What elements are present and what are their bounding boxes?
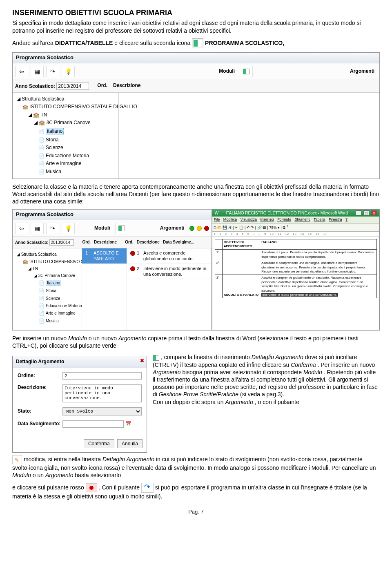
em: Dettaglio Argomento <box>102 456 154 462</box>
back-icon[interactable]: ⇦ <box>15 66 28 77</box>
argomenti-grid: 1 Ascolta e comprende globalmente un rac… <box>127 248 212 330</box>
dettaglio-argomento-dialog: Dettaglio Argomento ✖ Ordine: Descrizion… <box>12 356 147 453</box>
menu-item[interactable]: Strumenti <box>294 217 310 221</box>
label: TN <box>40 112 47 118</box>
menu-item[interactable]: Formato <box>277 217 291 221</box>
word-table: OBIETTIVI DI APPRENDIMENTO ITALIANO 1° A… <box>215 239 377 299</box>
label: Educazione Motoria <box>46 304 82 308</box>
bulb-icon[interactable]: 💡 <box>62 223 75 234</box>
em: Argomento <box>45 472 73 478</box>
word-window: W ITALIANO REGISTRO ELETTRONICO FINE.doc… <box>212 209 380 331</box>
tree-item[interactable]: italiano <box>15 127 116 136</box>
menu-item[interactable]: ? <box>345 217 347 221</box>
delete-icon[interactable] <box>204 226 209 231</box>
menu-item[interactable]: Modifica <box>223 217 237 221</box>
bulb-icon[interactable]: 💡 <box>62 66 75 77</box>
calendar-icon[interactable]: 📅 <box>125 421 131 427</box>
tree-item[interactable]: Storia <box>15 287 79 294</box>
anno-input[interactable] <box>49 239 74 246</box>
em: Conferma <box>291 362 316 368</box>
back-icon[interactable]: ⇦ <box>15 223 28 234</box>
intro-paragraph: Si specifica in modo dettagliato come in… <box>12 19 380 34</box>
tree-school[interactable]: ISTITUTO COMPRENSIVO STATALE DI GALLIO <box>15 258 79 265</box>
menu-item[interactable]: Inserisci <box>261 217 274 221</box>
moduli-icon[interactable] <box>240 66 253 77</box>
tree-school[interactable]: ISTITUTO COMPRENSIVO STATALE DI GALLIO <box>15 103 116 111</box>
main-empty <box>119 93 379 179</box>
moduli-icon[interactable] <box>115 223 128 234</box>
add-icon[interactable] <box>189 226 194 231</box>
word-page: OBIETTIVI DI APPRENDIMENTO ITALIANO 1° A… <box>212 237 379 301</box>
tree-tn[interactable]: ◢ TN <box>15 265 79 272</box>
text: o un <box>33 472 45 478</box>
th-italiano: ITALIANO <box>260 239 377 250</box>
label: Struttura Scolastica <box>21 252 57 257</box>
sub-header: Anno Scolastico: Ord. Descrizione <box>13 80 379 93</box>
annulla-button[interactable]: Annulla <box>117 439 143 448</box>
section-label: ASCOLTO E PARLATO <box>222 275 260 298</box>
tree-item[interactable]: Storia <box>15 136 116 144</box>
moduli-header: Moduli <box>216 67 237 76</box>
tree-class[interactable]: ◢ 3C Primaria Canove <box>15 272 79 279</box>
tree-item[interactable]: Arte e immagine <box>15 309 79 317</box>
ordine-input[interactable] <box>62 372 142 380</box>
argomento-row[interactable]: 2 Interviene in modo pertinente in una c… <box>127 264 211 279</box>
tree-root[interactable]: ◢ Struttura Scolastica <box>15 251 79 258</box>
label: Italiano <box>46 280 61 286</box>
tree-item[interactable]: Musica <box>15 168 116 176</box>
descrizione-input[interactable]: Interviene in modo pertinente in una con… <box>62 384 142 402</box>
page-title: INSERIMENTO OBIETTIVI SCUOLA PRIMARIA <box>12 8 380 18</box>
tree-item[interactable]: Educazione Motoria <box>15 302 79 309</box>
tree-item[interactable]: Arte e immagine <box>15 160 116 168</box>
anno-label: Anno Scolastico: <box>15 83 55 89</box>
zoom-value[interactable]: 75% <box>269 226 276 230</box>
close-icon[interactable]: ✖ <box>140 358 144 364</box>
modulo-row[interactable]: 1 ASCOLTO E PARLATO <box>82 248 127 264</box>
dialog-title: Dettaglio Argomento ✖ <box>13 356 147 368</box>
tree-item[interactable]: Scienze <box>15 295 79 302</box>
programma-scolastico-icon <box>192 38 203 48</box>
argomento-row[interactable]: 1 Ascolta e comprende globalmente un rac… <box>127 248 211 264</box>
anno-label: Anno Scolastico: <box>15 240 49 245</box>
menu-item[interactable]: Tabella <box>314 217 325 221</box>
export-icon[interactable]: ↷ <box>46 223 59 234</box>
grid-icon[interactable]: ▦ <box>31 66 44 77</box>
grid-icon[interactable]: ▦ <box>31 223 44 234</box>
th-obiettivi: OBIETTIVI DI APPRENDIMENTO <box>222 239 260 250</box>
tree-item[interactable]: Scienze <box>15 144 116 152</box>
tree-class[interactable]: ◢ 🏫 3C Primaria Canove <box>15 119 116 127</box>
delete-icon <box>86 483 97 492</box>
conferma-button[interactable]: Conferma <box>84 439 114 448</box>
menu-item[interactable]: File <box>214 217 220 221</box>
text: . Per inserire un nuovo <box>317 362 375 368</box>
text: basta selezionarlo <box>75 472 121 478</box>
desc-col: Descrizione <box>113 83 140 90</box>
text: o un nuovo <box>89 335 118 342</box>
tree-item[interactable]: Italiano <box>15 279 79 287</box>
minimize-icon[interactable]: _ <box>356 210 361 215</box>
moduli-grid: 1 ASCOLTO E PARLATO <box>82 248 127 330</box>
em: Argomento <box>225 399 253 405</box>
tree-tn[interactable]: ◢ 🏫 TN <box>15 111 116 119</box>
descrizione-label: Descrizione: <box>18 384 62 391</box>
label: 3C Primaria Canove <box>47 120 91 125</box>
maximize-icon[interactable]: □ <box>363 210 369 215</box>
data-input[interactable] <box>62 420 124 428</box>
word-ruler: 1 · 1 · 2 · 3 · 4 · 5 · 6 · 7 · 8 · 9 · … <box>212 232 379 237</box>
stato-select[interactable]: Non Svolto <box>62 407 142 415</box>
word-toolbar: □ 📂 💾 🖨 | ✂ 📋 | ↶ ↷ | 🔗 ▦ | 75% ▾ | G 2 <box>212 223 379 232</box>
label: Scienze <box>46 145 63 150</box>
edit-icon[interactable] <box>197 226 202 231</box>
ord: 2 <box>134 264 140 279</box>
highlighted-text: Interviene in modo pertinente in una con… <box>261 293 338 297</box>
label: Musica <box>46 319 59 323</box>
menu-item[interactable]: Finestra <box>329 217 342 221</box>
anno-input[interactable] <box>56 83 89 90</box>
tree-item[interactable]: Musica <box>15 317 79 324</box>
menu-item[interactable]: Visualizza <box>241 217 257 221</box>
tree-root[interactable]: ◢ Struttura Scolastica <box>15 95 116 103</box>
tree-item[interactable]: Educazione Motoria <box>15 152 116 160</box>
close-icon[interactable]: X <box>371 210 377 215</box>
row-num: 3° <box>215 275 222 298</box>
export-icon[interactable]: ↷ <box>46 66 59 77</box>
